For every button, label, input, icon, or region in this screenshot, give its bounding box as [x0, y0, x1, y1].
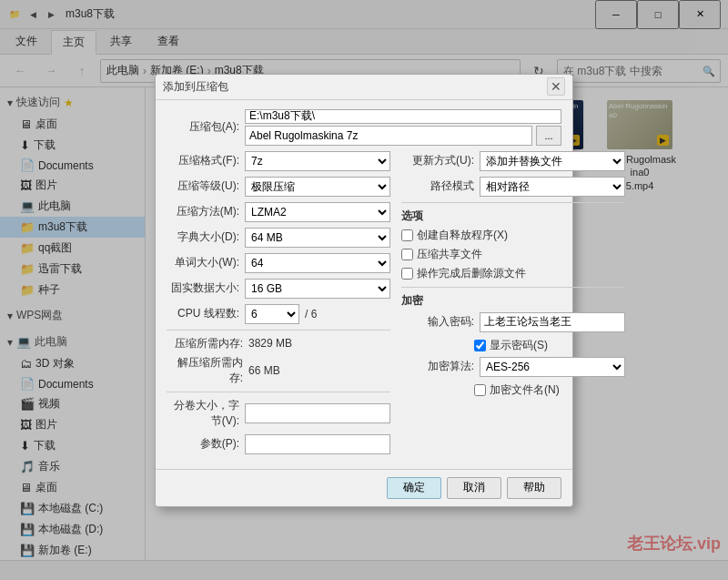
format-row: 压缩格式(F): 7z zip: [167, 151, 390, 171]
browse-button[interactable]: ...: [536, 126, 561, 146]
password-input[interactable]: [480, 312, 625, 332]
archive-path-input[interactable]: [245, 109, 561, 124]
delete-after-label[interactable]: 操作完成后删除源文件: [401, 266, 625, 281]
mem-decompress-label: 解压缩所需内存:: [167, 355, 248, 386]
modal-close-button[interactable]: ✕: [547, 77, 565, 96]
create-sfx-checkbox[interactable]: [401, 229, 413, 241]
word-select[interactable]: 64: [245, 253, 390, 273]
path-label: 路径模式: [401, 178, 474, 194]
encrypt-names-checkbox[interactable]: [474, 384, 486, 396]
modal-title-text: 添加到压缩包: [163, 79, 547, 95]
split-row: 分卷大小，字节(V):: [167, 398, 390, 429]
format-select[interactable]: 7z zip: [245, 151, 390, 171]
delete-after-text: 操作完成后删除源文件: [417, 266, 526, 281]
compress-shared-checkbox[interactable]: [401, 249, 413, 260]
dict-row: 字典大小(D): 64 MB: [167, 228, 390, 248]
format-label: 压缩格式(F):: [167, 153, 239, 168]
path-row: 路径模式 相对路径: [401, 177, 625, 197]
method-label: 压缩方法(M):: [167, 204, 239, 219]
method-row: 压缩方法(M): LZMA2: [167, 202, 390, 222]
solid-row: 固实数据大小: 16 GB: [167, 279, 390, 299]
encrypt-names-text: 加密文件名(N): [490, 382, 560, 398]
params-label: 参数(P):: [167, 436, 239, 452]
encrypt-names-label[interactable]: 加密文件名(N): [474, 382, 625, 398]
mem-compress-row: 压缩所需内存: 3829 MB: [167, 336, 390, 351]
modal-overlay: 添加到压缩包 ✕ 压缩包(A): ... 压: [0, 0, 728, 580]
modal-footer: 确定 取消 帮助: [156, 469, 572, 506]
create-sfx-label[interactable]: 创建自释放程序(X): [401, 228, 625, 243]
show-password-checkbox[interactable]: [474, 340, 486, 351]
level-select[interactable]: 极限压缩: [245, 177, 390, 197]
encrypt-method-select[interactable]: AES-256: [480, 357, 625, 377]
modal-body: 压缩包(A): ... 压缩格式(F): 7z: [156, 100, 572, 469]
path-select[interactable]: 相对路径: [480, 177, 625, 197]
split-input[interactable]: [245, 403, 390, 423]
form-col-right: 更新方式(U): 添加并替换文件 路径模式 相对路径 选项: [401, 151, 625, 460]
mem-decompress-row: 解压缩所需内存: 66 MB: [167, 355, 390, 386]
password-label: 输入密码:: [401, 314, 474, 330]
archive-label: 压缩包(A):: [167, 119, 239, 135]
dict-label: 字典大小(D):: [167, 229, 239, 245]
help-button[interactable]: 帮助: [507, 477, 561, 499]
update-row: 更新方式(U): 添加并替换文件: [401, 151, 625, 171]
archive-name-input[interactable]: [245, 126, 532, 146]
ok-button[interactable]: 确定: [387, 477, 441, 499]
update-select[interactable]: 添加并替换文件: [480, 151, 625, 171]
encrypt-method-label: 加密算法:: [401, 359, 474, 374]
params-row: 参数(P):: [167, 434, 390, 454]
delete-after-checkbox[interactable]: [401, 268, 413, 280]
method-select[interactable]: LZMA2: [245, 202, 390, 222]
archive-row: 压缩包(A): ...: [167, 109, 561, 146]
cpu-slash: / 6: [305, 308, 317, 321]
mem-compress-value: 3829 MB: [248, 337, 292, 350]
compress-shared-label[interactable]: 压缩共享文件: [401, 247, 625, 262]
show-password-text: 显示密码(S): [490, 338, 548, 353]
cancel-button[interactable]: 取消: [447, 477, 501, 499]
mem-decompress-value: 66 MB: [248, 364, 280, 377]
level-row: 压缩等级(U): 极限压缩: [167, 177, 390, 197]
params-input[interactable]: [245, 434, 390, 454]
compress-dialog: 添加到压缩包 ✕ 压缩包(A): ... 压: [155, 74, 573, 507]
cpu-label: CPU 线程数:: [167, 306, 239, 321]
show-password-label[interactable]: 显示密码(S): [474, 338, 625, 353]
encrypt-title: 加密: [401, 293, 625, 309]
word-label: 单词大小(W):: [167, 255, 239, 270]
mem-compress-label: 压缩所需内存:: [167, 336, 248, 351]
form-col-left: 压缩格式(F): 7z zip 压缩等级(U): 极限压缩 压缩方法(M):: [167, 151, 390, 460]
password-row: 输入密码:: [401, 312, 625, 332]
cpu-select[interactable]: 6: [245, 304, 299, 324]
create-sfx-text: 创建自释放程序(X): [417, 228, 508, 243]
modal-titlebar: 添加到压缩包 ✕: [156, 75, 572, 100]
dict-select[interactable]: 64 MB: [245, 228, 390, 248]
level-label: 压缩等级(U):: [167, 178, 239, 194]
encrypt-method-row: 加密算法: AES-256: [401, 357, 625, 377]
compress-shared-text: 压缩共享文件: [417, 247, 482, 262]
word-row: 单词大小(W): 64: [167, 253, 390, 273]
solid-select[interactable]: 16 GB: [245, 279, 390, 299]
solid-label: 固实数据大小:: [167, 280, 239, 296]
update-label: 更新方式(U):: [401, 153, 474, 168]
form-columns: 压缩格式(F): 7z zip 压缩等级(U): 极限压缩 压缩方法(M):: [167, 151, 561, 460]
split-label: 分卷大小，字节(V):: [167, 398, 239, 429]
cpu-row: CPU 线程数: 6 / 6: [167, 304, 390, 324]
options-title: 选项: [401, 209, 625, 224]
